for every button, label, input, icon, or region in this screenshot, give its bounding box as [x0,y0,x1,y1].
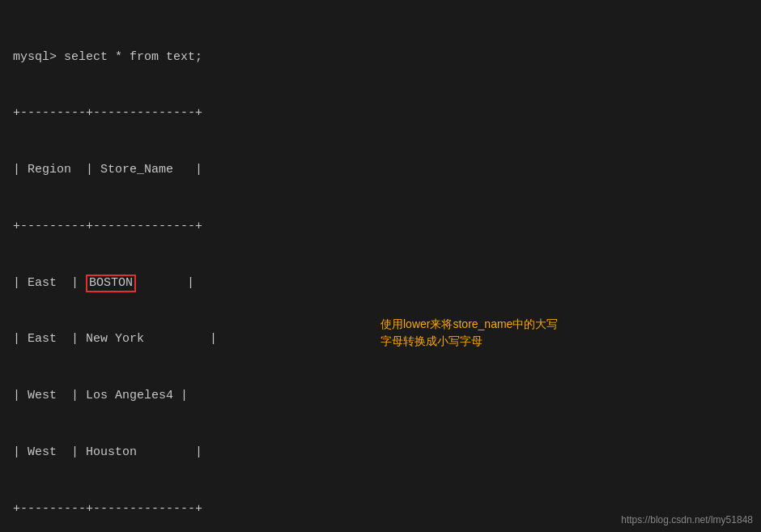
sep2: +---------+--------------+ [13,217,748,236]
prompt1: mysql> [13,50,64,64]
query1-line: mysql> select * from text; [13,48,748,66]
sep1: +---------+--------------+ [13,104,748,122]
row1-4: | West | Houston | [13,443,748,462]
header1: | Region | Store_Name | [13,160,748,179]
terminal-window: mysql> select * from text; +---------+--… [0,0,761,532]
highlight-boston-upper: BOSTON [86,275,136,292]
annotation-text: 使用lower来将store_name中的大写字母转换成小写字母 [380,316,559,350]
row1-3: | West | Los Angeles4 | [13,386,748,405]
row1-1: | East | BOSTON | [13,274,748,292]
watermark: https://blog.csdn.net/lmy51848 [621,514,753,526]
cmd1-text: select * from text; [64,50,202,64]
